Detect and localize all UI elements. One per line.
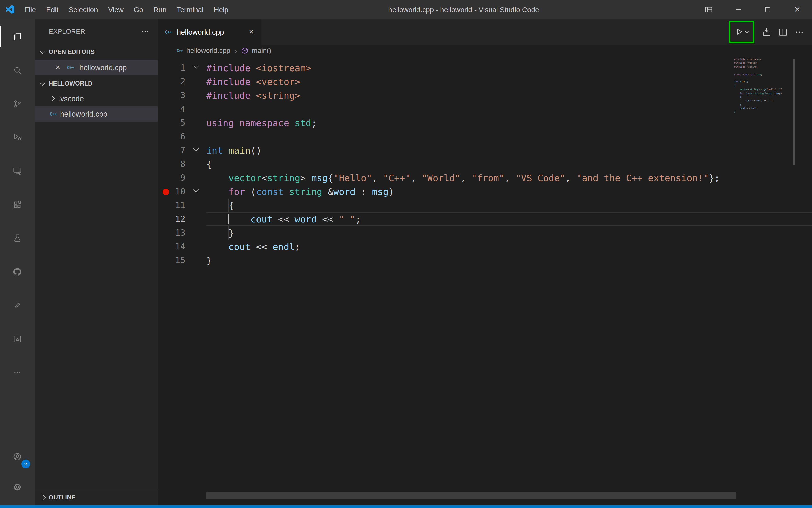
accounts-badge: 2 <box>22 460 30 468</box>
gutter[interactable]: 12 <box>158 212 206 226</box>
close-editor-button[interactable] <box>54 63 62 72</box>
explorer-icon <box>13 32 22 41</box>
code-line-9[interactable]: 9 vector<string> msg{"Hello", "C++", "Wo… <box>158 171 812 185</box>
code-text: cout << word << " "; <box>206 212 812 226</box>
code-line-7[interactable]: 7int main() <box>158 143 812 157</box>
cpp-file-icon: C++ <box>176 48 183 53</box>
code-line-13[interactable]: 13 } <box>158 226 812 240</box>
tree-item-vscode-folder[interactable]: .vscode <box>35 91 158 107</box>
activity-item-live-preview[interactable] <box>0 322 35 356</box>
gutter[interactable]: 6 <box>158 130 206 143</box>
code-line-3[interactable]: 3#include <string> <box>158 89 812 102</box>
minimap[interactable]: #include <iostream>#include <vector>#inc… <box>734 57 782 114</box>
activity-item-extensions[interactable] <box>0 188 35 221</box>
activity-item-settings[interactable] <box>0 472 35 502</box>
activity-item-accounts[interactable]: 2 <box>0 441 35 472</box>
close-tab-button[interactable] <box>247 28 255 36</box>
code-line-14[interactable]: 14 cout << endl; <box>158 240 812 253</box>
section-open-editors[interactable]: OPEN EDITORS <box>35 44 158 59</box>
fold-chevron-icon[interactable] <box>185 67 206 69</box>
layout-icon <box>704 5 713 14</box>
code-line-5[interactable]: 5using namespace std; <box>158 116 812 130</box>
code-line-1[interactable]: 1#include <iostream> <box>158 61 812 75</box>
code-line-15[interactable]: 15} <box>158 253 812 267</box>
code-line-4[interactable]: 4 <box>158 102 812 116</box>
file-name: helloworld.cpp <box>60 110 107 118</box>
breakpoint-dot[interactable] <box>162 188 169 195</box>
code-line-8[interactable]: 8{ <box>158 157 812 171</box>
fold-chevron-icon[interactable] <box>185 191 206 193</box>
layout-button[interactable] <box>694 0 723 19</box>
activity-item-github[interactable] <box>0 255 35 289</box>
menu-view[interactable]: View <box>103 0 129 19</box>
chevron-right-icon <box>40 495 45 500</box>
gutter[interactable]: 8 <box>158 157 206 171</box>
minimize-button[interactable] <box>723 0 753 19</box>
maximize-button[interactable] <box>753 0 782 19</box>
settings-icon <box>13 482 22 492</box>
menu-go[interactable]: Go <box>129 0 148 19</box>
horizontal-scrollbar-thumb[interactable] <box>206 492 736 499</box>
editor-group: C++ helloworld.cpp C++ helloworld.cpp ma… <box>158 19 812 505</box>
activity-item-more[interactable] <box>0 356 35 389</box>
tab-helloworld-cpp[interactable]: C++ helloworld.cpp <box>158 19 261 45</box>
desktop-download-button[interactable] <box>760 25 773 39</box>
cpp-file-icon: C++ <box>49 112 57 117</box>
menu-run[interactable]: Run <box>148 0 171 19</box>
menu-terminal[interactable]: Terminal <box>172 0 209 19</box>
gutter[interactable]: 7 <box>158 143 206 157</box>
activity-item-source-control[interactable] <box>0 87 35 121</box>
gutter[interactable]: 13 <box>158 226 206 240</box>
gutter[interactable]: 2 <box>158 75 206 89</box>
github-icon <box>13 267 22 277</box>
run-dropdown-button[interactable] <box>743 25 750 39</box>
explorer-more-actions-button[interactable] <box>141 27 150 36</box>
section-outline[interactable]: OUTLINE <box>35 489 158 505</box>
activity-item-rocket[interactable] <box>0 289 35 322</box>
code-text <box>206 130 812 143</box>
menu-help[interactable]: Help <box>208 0 234 19</box>
gutter[interactable]: 9 <box>158 171 206 185</box>
code-line-11[interactable]: 11 { <box>158 199 812 212</box>
code-line-2[interactable]: 2#include <vector> <box>158 75 812 89</box>
close-button[interactable]: × <box>782 0 812 19</box>
activity-item-search[interactable] <box>0 53 35 87</box>
gutter[interactable]: 15 <box>158 253 206 267</box>
breadcrumb-file[interactable]: C++ helloworld.cpp <box>176 47 231 54</box>
code-line-10[interactable]: 10 for (const string &word : msg) <box>158 185 812 199</box>
split-editor-button[interactable] <box>776 25 789 39</box>
code-line-12[interactable]: 12 cout << word << " "; <box>158 212 812 226</box>
code-line-6[interactable]: 6 <box>158 130 812 143</box>
line-number: 1 <box>158 61 185 75</box>
menu-file[interactable]: File <box>20 0 41 19</box>
vertical-scrollbar-thumb[interactable] <box>793 59 795 165</box>
gutter[interactable]: 3 <box>158 89 206 102</box>
activity-item-explorer[interactable] <box>0 20 35 53</box>
line-number: 7 <box>158 143 185 157</box>
line-number: 10 <box>158 185 185 199</box>
code-text: vector<string> msg{"Hello", "C++", "Worl… <box>206 171 812 185</box>
gutter[interactable]: 14 <box>158 240 206 253</box>
editor[interactable]: 1#include <iostream>2#include <vector>3#… <box>158 56 812 505</box>
tree-item-helloworld-cpp[interactable]: C++ helloworld.cpp <box>35 107 158 122</box>
gutter[interactable]: 1 <box>158 61 206 75</box>
gutter[interactable]: 10 <box>158 185 206 199</box>
vscode-window: FileEditSelectionViewGoRunTerminalHelp h… <box>0 0 812 508</box>
code-text: for (const string &word : msg) <box>206 185 812 199</box>
outline-label: OUTLINE <box>49 494 75 501</box>
breadcrumb-file-label: helloworld.cpp <box>187 47 231 54</box>
menu-edit[interactable]: Edit <box>41 0 64 19</box>
breadcrumb-symbol[interactable]: main() <box>241 47 272 54</box>
activity-item-remote-explorer[interactable] <box>0 154 35 188</box>
activity-bar-top <box>0 20 35 389</box>
fold-chevron-icon[interactable] <box>185 150 206 151</box>
gutter[interactable]: 5 <box>158 116 206 130</box>
gutter[interactable]: 11 <box>158 199 206 212</box>
activity-item-run-and-debug[interactable] <box>0 121 35 154</box>
section-workspace[interactable]: HELLOWORLD <box>35 75 158 91</box>
activity-item-testing[interactable] <box>0 221 35 255</box>
menu-selection[interactable]: Selection <box>64 0 103 19</box>
open-editor-item[interactable]: C++ helloworld.cpp <box>35 59 158 75</box>
editor-more-actions-button[interactable] <box>792 25 806 39</box>
gutter[interactable]: 4 <box>158 102 206 116</box>
